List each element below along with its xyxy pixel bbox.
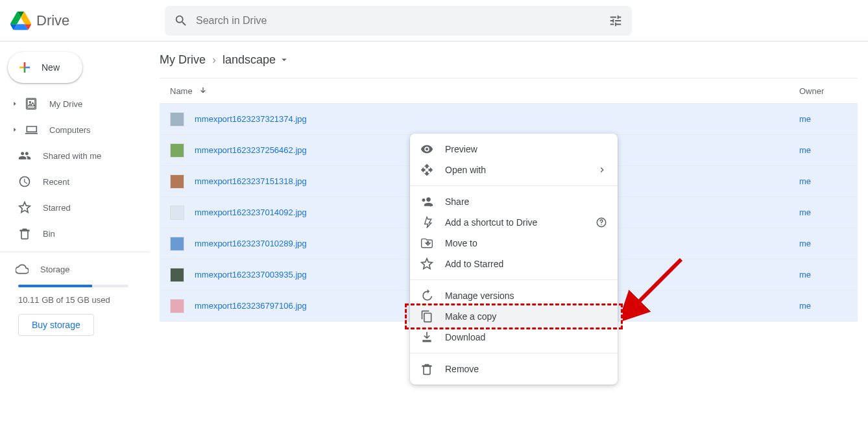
- sidebar-item-my-drive[interactable]: My Drive: [0, 91, 154, 117]
- search-input[interactable]: [196, 15, 601, 27]
- sidebar-item-label: Bin: [43, 229, 55, 239]
- sidebar-item-storage[interactable]: Storage: [16, 263, 136, 276]
- cm-share[interactable]: Share: [410, 191, 618, 212]
- context-menu: Preview Open with Share Add a shortcut t…: [410, 134, 618, 385]
- search-bar[interactable]: [165, 6, 632, 36]
- file-thumbnail: [170, 237, 184, 251]
- tune-icon[interactable]: [609, 14, 623, 28]
- table-row[interactable]: mmexport1623237321374.jpgme: [160, 104, 858, 135]
- chevron-right-icon: [597, 165, 607, 175]
- svg-point-1: [601, 224, 602, 226]
- cm-move-to[interactable]: Move to: [410, 233, 618, 254]
- file-owner: me: [799, 301, 858, 311]
- cm-preview[interactable]: Preview: [410, 139, 618, 160]
- copy-icon: [420, 310, 433, 323]
- storage-used-text: 10.11 GB of 15 GB used: [18, 295, 136, 305]
- shared-icon: [18, 149, 31, 162]
- sidebar-item-label: Recent: [43, 177, 69, 187]
- star-icon: [18, 201, 31, 214]
- recent-icon: [18, 175, 31, 188]
- dropdown-icon: [278, 54, 290, 65]
- sidebar-item-computers[interactable]: Computers: [0, 117, 154, 143]
- column-header-name[interactable]: Name: [170, 86, 193, 96]
- search-icon: [174, 14, 188, 28]
- buy-storage-button[interactable]: Buy storage: [18, 314, 94, 336]
- storage-label: Storage: [40, 265, 70, 274]
- storage-bar: [18, 285, 128, 287]
- cm-manage-versions[interactable]: Manage versions: [410, 285, 618, 306]
- breadcrumb-current[interactable]: landscape: [223, 53, 290, 67]
- file-owner: me: [799, 208, 858, 217]
- file-thumbnail: [170, 268, 184, 282]
- star-icon: [420, 257, 433, 270]
- download-icon: [420, 331, 433, 344]
- file-thumbnail: [170, 174, 184, 189]
- sidebar-item-shared[interactable]: Shared with me: [0, 143, 154, 169]
- sidebar-item-label: Computers: [49, 125, 91, 135]
- sidebar-item-label: Shared with me: [43, 151, 101, 161]
- file-owner: me: [799, 114, 858, 124]
- sidebar-item-recent[interactable]: Recent: [0, 169, 154, 195]
- move-icon: [420, 237, 433, 250]
- file-thumbnail: [170, 206, 184, 220]
- file-thumbnail: [170, 299, 184, 313]
- drive-logo[interactable]: Drive: [10, 10, 165, 31]
- open-with-icon: [420, 163, 433, 176]
- file-owner: me: [799, 270, 858, 279]
- sidebar-item-label: My Drive: [49, 99, 82, 109]
- cm-remove[interactable]: Remove: [410, 359, 618, 379]
- cloud-icon: [16, 263, 29, 276]
- plus-icon: [17, 60, 32, 75]
- sidebar-item-label: Starred: [43, 203, 71, 213]
- new-button[interactable]: New: [8, 52, 82, 83]
- computers-icon: [25, 123, 38, 136]
- file-name: mmexport1623237321374.jpg: [195, 114, 799, 124]
- help-icon[interactable]: [596, 217, 607, 228]
- sidebar-item-starred[interactable]: Starred: [0, 195, 154, 220]
- cm-add-starred[interactable]: Add to Starred: [410, 254, 618, 274]
- chevron-right-icon: [12, 101, 18, 107]
- chevron-right-icon: [12, 126, 18, 133]
- file-thumbnail: [170, 112, 184, 126]
- bin-icon: [18, 227, 31, 240]
- cm-make-copy[interactable]: Make a copy: [410, 306, 618, 327]
- app-title: Drive: [36, 12, 69, 29]
- preview-icon: [420, 143, 433, 156]
- arrow-down-icon[interactable]: [198, 86, 208, 96]
- chevron-right-icon: ›: [212, 53, 216, 67]
- cm-open-with[interactable]: Open with: [410, 160, 618, 180]
- share-icon: [420, 195, 433, 208]
- shortcut-icon: [420, 216, 433, 229]
- sidebar-item-bin[interactable]: Bin: [0, 220, 154, 246]
- trash-icon: [420, 363, 433, 375]
- my-drive-icon: [25, 97, 38, 110]
- breadcrumb: My Drive › landscape: [160, 42, 858, 78]
- breadcrumb-root[interactable]: My Drive: [160, 53, 206, 67]
- history-icon: [420, 289, 433, 302]
- cm-add-shortcut[interactable]: Add a shortcut to Drive: [410, 212, 618, 233]
- drive-logo-icon: [10, 10, 31, 31]
- file-owner: me: [799, 176, 858, 186]
- new-button-label: New: [42, 62, 60, 73]
- file-thumbnail: [170, 143, 184, 158]
- column-header-owner[interactable]: Owner: [799, 86, 858, 96]
- cm-download[interactable]: Download: [410, 327, 618, 348]
- file-owner: me: [799, 239, 858, 248]
- file-owner: me: [799, 145, 858, 155]
